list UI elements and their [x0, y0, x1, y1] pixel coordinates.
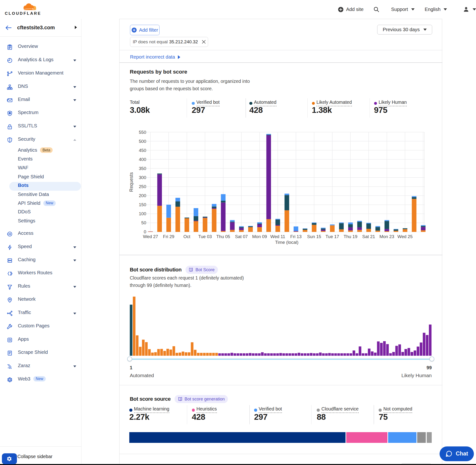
- svg-text:Thu 19: Thu 19: [343, 234, 357, 239]
- svg-text:Oct: Oct: [183, 234, 190, 239]
- svg-text:Sat 21: Sat 21: [362, 234, 375, 239]
- svg-text:Wed 27: Wed 27: [143, 234, 158, 239]
- svg-text:150: 150: [139, 202, 146, 207]
- svg-text:300: 300: [139, 175, 146, 180]
- svg-text:350: 350: [139, 166, 146, 171]
- svg-text:400: 400: [139, 157, 146, 162]
- svg-text:Sun 15: Sun 15: [307, 234, 321, 239]
- svg-text:Mon 09: Mon 09: [252, 234, 267, 239]
- svg-text:Fri 13: Fri 13: [290, 234, 302, 239]
- svg-text:0: 0: [144, 229, 146, 234]
- svg-text:Mon 23: Mon 23: [379, 234, 394, 239]
- svg-text:100: 100: [139, 211, 146, 216]
- svg-text:200: 200: [139, 193, 146, 198]
- svg-text:Tue 17: Tue 17: [325, 234, 339, 239]
- svg-text:550: 550: [139, 130, 146, 135]
- svg-text:250: 250: [139, 184, 146, 189]
- svg-text:50: 50: [141, 220, 146, 225]
- svg-text:Time (local): Time (local): [275, 240, 298, 245]
- svg-text:450: 450: [139, 148, 146, 153]
- svg-text:Tue 03: Tue 03: [198, 234, 212, 239]
- svg-text:500: 500: [139, 139, 146, 144]
- svg-text:Wed 11: Wed 11: [270, 234, 285, 239]
- svg-text:Thu 05: Thu 05: [216, 234, 230, 239]
- svg-text:Sat 07: Sat 07: [235, 234, 248, 239]
- svg-text:Wed 25: Wed 25: [397, 234, 413, 239]
- svg-text:Fri 29: Fri 29: [163, 234, 174, 239]
